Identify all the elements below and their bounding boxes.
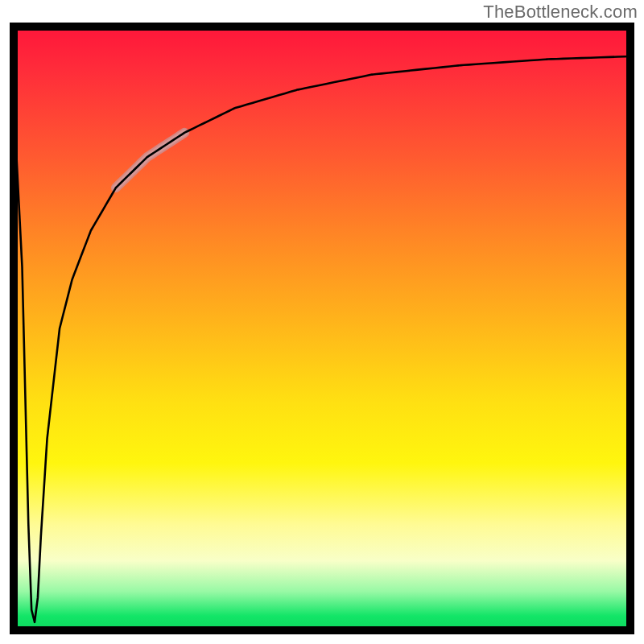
plot-frame <box>14 27 630 630</box>
chart-container: TheBottleneck.com <box>0 0 644 644</box>
bottleneck-curve <box>10 23 634 622</box>
watermark-text: TheBottleneck.com <box>483 2 638 23</box>
plot-area <box>10 23 634 634</box>
curve-svg <box>10 23 634 634</box>
